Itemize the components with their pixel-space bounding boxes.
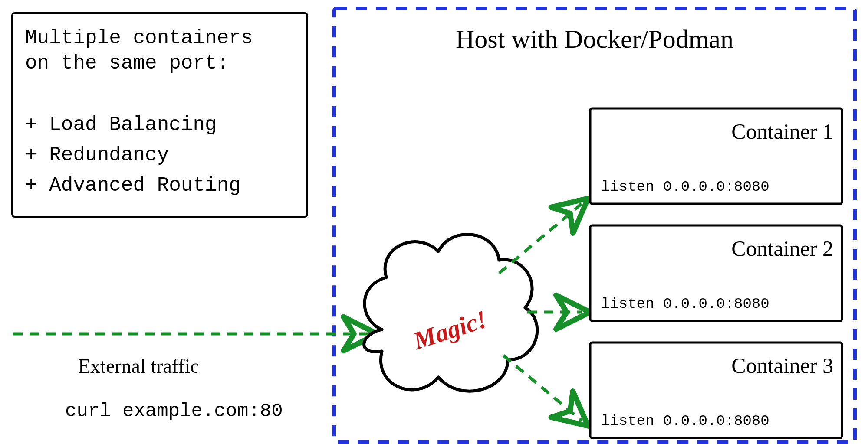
benefits-heading-line-1: Multiple containers [25,27,253,49]
container-1-title: Container 1 [731,119,833,144]
arrow-to-container-3 [503,356,582,421]
benefits-bullet-1: + Load Balancing [25,114,217,136]
container-2-title: Container 2 [731,236,833,261]
container-3-listen: listen 0.0.0.0:8080 [601,413,769,429]
benefits-heading-line-2: on the same port: [25,52,229,75]
container-3-box: Container 3 listen 0.0.0.0:8080 [590,343,842,438]
magic-cloud: Magic! [364,235,537,392]
container-2-box: Container 2 listen 0.0.0.0:8080 [590,225,842,321]
benefits-bullet-3: + Advanced Routing [25,174,241,197]
container-2-listen: listen 0.0.0.0:8080 [601,296,769,312]
container-1-listen: listen 0.0.0.0:8080 [601,179,769,195]
diagram-canvas: Multiple containers on the same port: + … [0,0,868,447]
container-3-title: Container 3 [731,353,833,378]
external-traffic-command: curl example.com:80 [65,400,283,422]
host-title: Host with Docker/Podman [456,25,733,53]
benefits-bullet-2: + Redundancy [25,144,169,166]
container-1-box: Container 1 listen 0.0.0.0:8080 [590,108,842,204]
external-traffic-label: External traffic [78,355,199,377]
benefits-box: Multiple containers on the same port: + … [12,13,307,217]
